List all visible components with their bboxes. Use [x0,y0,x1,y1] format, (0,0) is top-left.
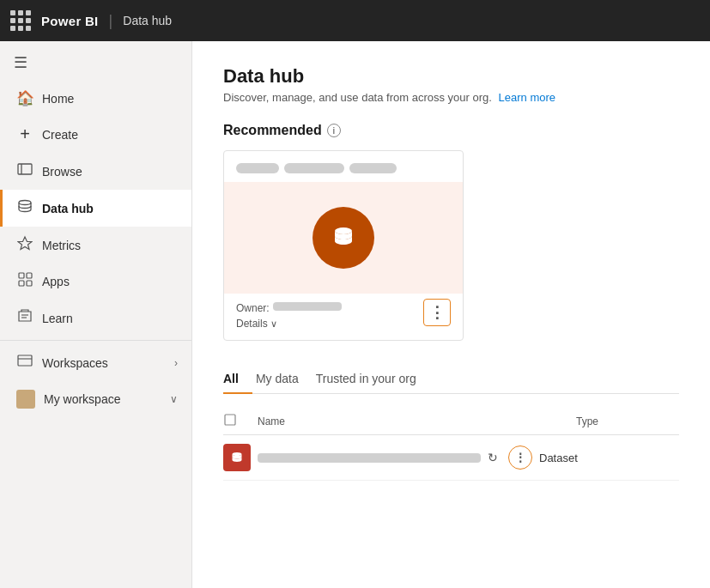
card-meta: Owner: Details ∨ [236,302,342,330]
tab-bar: All My data Trusted in your org [223,365,679,394]
workspaces-chevron: › [174,357,178,369]
col-type-header: Type [576,415,679,427]
row-more-button[interactable]: ⋮ [508,446,532,470]
learn-more-link[interactable]: Learn more [499,91,555,104]
sidebar-item-browse[interactable]: Browse [0,153,191,190]
table-row: ↻ ⋮ Dataset [223,435,679,481]
apps-icon [16,272,33,291]
info-icon[interactable]: i [327,124,341,137]
datahub-icon [16,198,33,218]
card-details-label: Details [236,318,268,330]
card-owner-label: Owner: [236,302,270,314]
database-icon-circle [313,207,374,269]
learn-icon [16,308,33,328]
sidebar-item-apps[interactable]: Apps [0,264,191,300]
sidebar-item-my-workspace[interactable]: My workspace ∨ [0,381,191,417]
sidebar-divider [0,340,191,341]
svg-point-2 [19,201,31,205]
card-bottom: Owner: Details ∨ ⋮ [224,294,463,340]
home-icon: 🏠 [16,89,33,107]
row-name-blur [258,453,481,463]
workspaces-icon [16,353,33,373]
recommended-card: Owner: Details ∨ ⋮ [223,150,464,341]
sidebar-item-home[interactable]: 🏠 Home [0,81,191,116]
svg-rect-5 [19,281,24,286]
topbar-separator: | [109,12,113,30]
browse-icon [16,161,33,181]
metrics-icon [16,235,33,255]
card-top-blurred-content [224,151,463,182]
svg-rect-4 [27,273,32,278]
sidebar-label-metrics: Metrics [42,239,81,252]
subtitle-text: Discover, manage, and use data from acro… [223,91,492,104]
sidebar-label-datahub: Data hub [42,202,94,215]
row-actions: ↻ ⋮ [481,446,532,470]
col-name-header: Name [258,415,576,427]
hamburger-button[interactable]: ☰ [0,45,191,81]
sidebar-label-create: Create [42,128,78,142]
svg-rect-12 [225,415,235,425]
sidebar-label-browse: Browse [42,165,82,179]
topbar: Power BI | Data hub [0,0,710,41]
table-header: Name Type [223,408,679,435]
create-icon: + [16,124,33,144]
tab-all[interactable]: All [223,365,252,394]
table-section: All My data Trusted in your org Name Typ… [223,365,679,481]
card-more-button[interactable]: ⋮ [423,299,451,326]
database-icon-svg [328,222,359,253]
row-refresh-button[interactable]: ↻ [481,446,505,470]
recommended-section-title: Recommended i [223,123,679,138]
my-workspace-chevron: ∨ [170,393,178,405]
row-dataset-icon [223,444,251,471]
svg-rect-9 [18,355,32,366]
sidebar-label-workspaces: Workspaces [42,356,108,370]
layout: ☰ 🏠 Home + Create Browse [0,41,710,588]
app-grid-button[interactable] [10,10,31,31]
svg-point-11 [335,227,352,234]
sidebar-item-learn[interactable]: Learn [0,300,191,336]
page-title: Data hub [223,65,679,88]
sidebar-label-my-workspace: My workspace [44,392,120,406]
brand-name: Power BI [41,14,99,28]
blur-pill-3 [349,163,397,173]
tab-my-data[interactable]: My data [256,365,313,394]
my-workspace-icon [16,390,35,409]
sidebar-label-learn: Learn [42,312,73,325]
svg-rect-0 [18,164,32,174]
sidebar-item-metrics[interactable]: Metrics [0,227,191,264]
page-subtitle: Discover, manage, and use data from acro… [223,91,679,104]
card-owner-blur [273,302,342,311]
sidebar-item-workspaces[interactable]: Workspaces › [0,344,191,381]
sidebar-label-home: Home [42,92,74,106]
sidebar-item-create[interactable]: + Create [0,116,191,153]
card-details-button[interactable]: Details ∨ [236,318,342,330]
card-visual-area [224,182,463,294]
main-content: Data hub Discover, manage, and use data … [192,41,710,588]
svg-rect-6 [27,281,32,286]
sidebar-label-apps: Apps [42,275,70,288]
sidebar-item-datahub[interactable]: Data hub [0,190,191,227]
svg-point-13 [233,452,242,456]
blur-pill-1 [236,163,279,173]
topbar-page-title: Data hub [123,14,172,27]
col-icon-header [223,413,258,429]
sidebar: ☰ 🏠 Home + Create Browse [0,41,192,588]
svg-rect-3 [19,273,24,278]
details-chevron-icon: ∨ [270,318,277,330]
row-type-value: Dataset [539,452,642,464]
tab-trusted[interactable]: Trusted in your org [316,365,430,394]
blur-pill-2 [284,163,344,173]
